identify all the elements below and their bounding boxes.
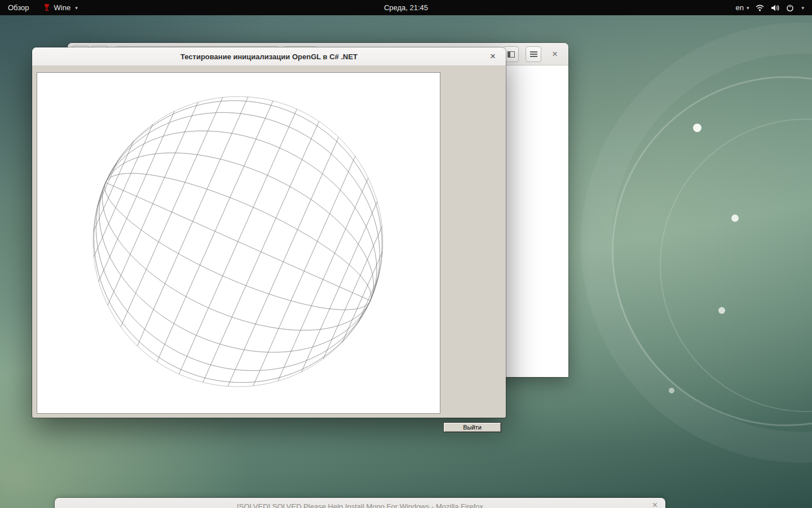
window-client-area: Выйти — [33, 66, 505, 417]
exit-button[interactable]: Выйти — [443, 422, 501, 432]
top-bar: Обзор Wine ▾ Среда, 21:45 en ▾ — [0, 0, 812, 15]
sidebar-view-icon — [508, 51, 515, 58]
front-window-titlebar[interactable]: Тестирование инициализации OpenGL в C# .… — [32, 47, 506, 66]
clock[interactable]: Среда, 21:45 — [0, 3, 812, 12]
wallpaper-dot — [693, 124, 701, 132]
close-button[interactable]: × — [548, 47, 562, 61]
desktop: × Тестирование инициализации OpenGL в C#… — [0, 0, 812, 508]
close-icon: × — [652, 500, 657, 508]
firefox-window[interactable]: [SOLVED] SOLVED Please Help Install Mono… — [55, 498, 665, 508]
power-icon — [786, 4, 794, 12]
opengl-test-window: Тестирование инициализации OpenGL в C# .… — [32, 47, 506, 418]
firefox-window-title: [SOLVED] SOLVED Please Help Install Mono… — [55, 502, 665, 508]
wallpaper-arc — [581, 23, 812, 463]
wallpaper-arc — [612, 76, 812, 426]
wifi-icon — [755, 4, 765, 12]
wallpaper-dot — [731, 214, 739, 222]
menu-button[interactable] — [526, 46, 541, 62]
wallpaper-arc — [660, 119, 812, 412]
chevron-down-icon: ▾ — [747, 5, 749, 11]
wireframe-sphere — [37, 73, 440, 413]
system-status-area[interactable]: en ▾ ▾ — [732, 0, 807, 15]
volume-icon — [771, 4, 780, 12]
chevron-down-icon: ▾ — [801, 5, 804, 11]
opengl-viewport — [37, 72, 440, 414]
keyboard-layout-label: en — [735, 3, 743, 12]
keyboard-layout-indicator[interactable]: en ▾ — [735, 3, 749, 12]
menu-icon — [530, 54, 537, 55]
close-button[interactable]: × — [484, 47, 501, 65]
close-icon: × — [490, 51, 496, 62]
close-icon: × — [552, 49, 558, 60]
close-button[interactable]: × — [652, 500, 657, 508]
wallpaper-dot — [718, 307, 725, 314]
window-title: Тестирование инициализации OpenGL в C# .… — [180, 52, 358, 61]
wallpaper-dot — [669, 388, 674, 393]
